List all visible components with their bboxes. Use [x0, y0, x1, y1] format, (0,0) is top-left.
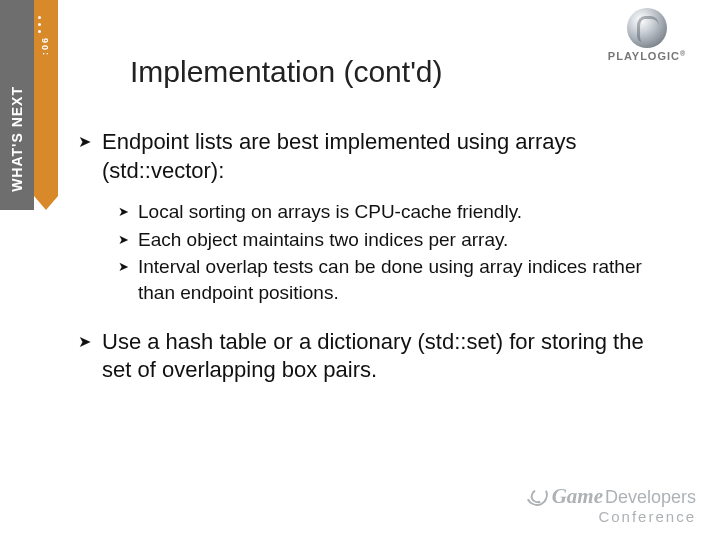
bullet-item: ➤ Use a hash table or a dictionary (std:…: [78, 328, 678, 385]
sidebar-year-badge: :06: [40, 36, 50, 55]
sub-bullet-text: Local sorting on arrays is CPU-cache fri…: [138, 199, 522, 225]
slide-body: ➤ Endpoint lists are best implemented us…: [78, 128, 678, 399]
bullet-icon: ➤: [118, 199, 138, 225]
sub-bullet-item: ➤ Local sorting on arrays is CPU-cache f…: [118, 199, 678, 225]
gdc-word-developers: Developers: [605, 488, 696, 506]
sidebar-gray-strip: WHAT'S NEXT: [0, 0, 34, 210]
bullet-icon: ➤: [118, 254, 138, 305]
playlogic-wordmark: PLAYLOGIC®: [592, 50, 702, 62]
gdc-logo: Game Developers Conference: [526, 481, 696, 524]
sub-bullet-text: Interval overlap tests can be done using…: [138, 254, 678, 305]
gdc-word-conference: Conference: [526, 509, 696, 524]
bullet-text: Use a hash table or a dictionary (std::s…: [102, 328, 678, 385]
sub-bullet-text: Each object maintains two indices per ar…: [138, 227, 508, 253]
slide-title: Implementation (cont'd): [130, 55, 443, 89]
bullet-text: Endpoint lists are best implemented usin…: [102, 128, 678, 185]
bullet-icon: ➤: [78, 328, 102, 385]
sub-bullet-item: ➤ Each object maintains two indices per …: [118, 227, 678, 253]
bullet-icon: ➤: [78, 128, 102, 185]
sub-bullet-item: ➤ Interval overlap tests can be done usi…: [118, 254, 678, 305]
playlogic-orb-icon: [627, 8, 667, 48]
sidebar-dots: [38, 16, 41, 33]
sub-bullet-list: ➤ Local sorting on arrays is CPU-cache f…: [118, 199, 678, 306]
bullet-item: ➤ Endpoint lists are best implemented us…: [78, 128, 678, 185]
gdc-swirl-icon: [523, 481, 551, 509]
gdc-word-game: Game: [552, 486, 603, 507]
sidebar-badge: WHAT'S NEXT :06: [0, 0, 60, 210]
sidebar-label: WHAT'S NEXT: [9, 68, 25, 210]
bullet-icon: ➤: [118, 227, 138, 253]
playlogic-logo: PLAYLOGIC®: [592, 8, 702, 62]
sidebar-pennant-tip: [34, 196, 58, 210]
